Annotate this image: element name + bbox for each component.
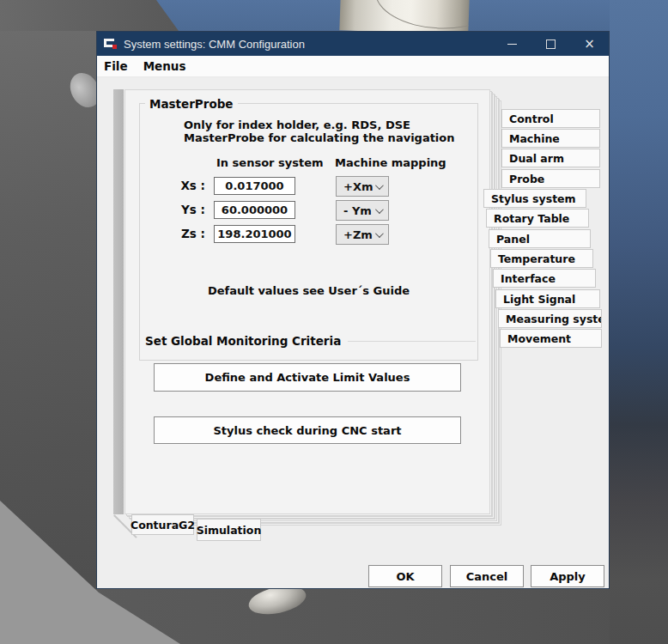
side-tab-control[interactable]: Control: [501, 109, 600, 128]
mapping-dropdown-ys[interactable]: - Ym: [336, 200, 389, 221]
input-ys[interactable]: 60.000000: [214, 201, 295, 219]
side-tab-label: Panel: [496, 233, 530, 246]
side-tab-label: Temperature: [498, 252, 575, 265]
apply-button[interactable]: Apply: [531, 565, 604, 587]
tab-simulation[interactable]: Simulation: [197, 519, 261, 541]
side-tab-movement[interactable]: Movement: [500, 329, 602, 348]
window-controls: ×: [493, 32, 609, 56]
monitoring-caption-row: Set Global Monitoring Criteria: [145, 334, 476, 348]
side-tab-dual-arm[interactable]: Dual arm: [501, 149, 600, 167]
chevron-down-icon: [375, 205, 384, 214]
side-tab-label: Dual arm: [509, 152, 564, 165]
stylus-check-button[interactable]: Stylus check during CNC start: [154, 416, 461, 444]
side-tab-label: Interface: [501, 272, 556, 285]
side-tab-light-signal[interactable]: Light Signal: [495, 289, 600, 308]
mapping-dropdown-zs[interactable]: +Zm: [336, 224, 389, 245]
field-label-xs: Xs :: [149, 179, 205, 192]
scene-probe-cylinder: [339, 0, 469, 35]
side-tab-stylus-system[interactable]: Stylus system: [483, 189, 586, 208]
menu-bar: FileMenus: [97, 56, 609, 77]
side-tab-label: Rotary Table: [494, 212, 569, 225]
masterprobe-info-line2: MasterProbe for calculating the navigati…: [184, 131, 455, 144]
page-stack-spine: [113, 89, 124, 514]
field-label-zs: Zs :: [149, 227, 205, 240]
minimize-button[interactable]: [493, 32, 531, 56]
close-icon: ×: [584, 38, 595, 51]
side-tab-label: Light Signal: [503, 293, 575, 306]
ok-button[interactable]: OK: [368, 565, 442, 587]
side-tab-label: Measuring system: [506, 313, 602, 325]
side-tab-machine[interactable]: Machine: [501, 129, 600, 148]
caption-rule: [348, 341, 476, 342]
mapping-dropdown-xs[interactable]: +Xm: [336, 176, 389, 197]
side-tab-measuring-system[interactable]: Measuring system: [498, 309, 602, 328]
window-title: System settings: CMM Configuration: [124, 38, 305, 51]
side-tab-label: Probe: [509, 173, 544, 185]
tab-conturag2[interactable]: ConturaG2: [131, 514, 194, 535]
mapping-value: +Xm: [343, 180, 373, 193]
side-tab-panel[interactable]: Panel: [489, 229, 591, 248]
input-xs[interactable]: 0.017000: [214, 177, 295, 195]
side-tab-interface[interactable]: Interface: [493, 269, 596, 288]
field-label-ys: Ys :: [149, 203, 205, 216]
side-tab-probe[interactable]: Probe: [501, 169, 600, 188]
masterprobe-info-line1: Only for index holder, e.g. RDS, DSE: [184, 118, 410, 131]
close-button[interactable]: ×: [570, 32, 609, 56]
minimize-icon: [507, 44, 517, 45]
mapping-value: - Ym: [343, 204, 372, 217]
app-logo-c-icon: [104, 39, 117, 49]
side-tab-temperature[interactable]: Temperature: [490, 249, 593, 268]
side-tab-label: Movement: [507, 332, 571, 345]
side-tab-label: Stylus system: [491, 192, 576, 205]
side-tab-rotary-table[interactable]: Rotary Table: [486, 209, 589, 228]
chevron-down-icon: [375, 181, 384, 190]
monitoring-caption: Set Global Monitoring Criteria: [145, 334, 341, 348]
masterprobe-caption: MasterProbe: [145, 97, 238, 111]
maximize-icon: [546, 39, 556, 49]
side-tab-label: Machine: [509, 132, 560, 145]
chevron-down-icon: [375, 229, 384, 238]
mapping-value: +Zm: [343, 228, 373, 241]
cancel-button[interactable]: Cancel: [450, 565, 524, 587]
input-zs[interactable]: 198.201000: [214, 225, 295, 243]
system-settings-dialog: System settings: CMM Configuration × Fil…: [96, 31, 610, 589]
maximize-button[interactable]: [531, 32, 570, 56]
column-header-sensor-system: In sensor system: [216, 156, 324, 169]
menu-item-menus[interactable]: Menus: [136, 59, 194, 73]
titlebar[interactable]: System settings: CMM Configuration ×: [97, 32, 609, 56]
menu-item-file[interactable]: File: [97, 59, 136, 73]
default-values-note: Default values see User´s Guide: [139, 284, 478, 297]
define-limit-values-button[interactable]: Define and Activate Limit Values: [154, 363, 461, 392]
cylinder-seam-line: [373, 0, 469, 31]
column-header-machine-mapping: Machine mapping: [335, 156, 446, 169]
side-tab-label: Control: [509, 112, 554, 125]
scene-blue-background-right: [610, 0, 668, 644]
